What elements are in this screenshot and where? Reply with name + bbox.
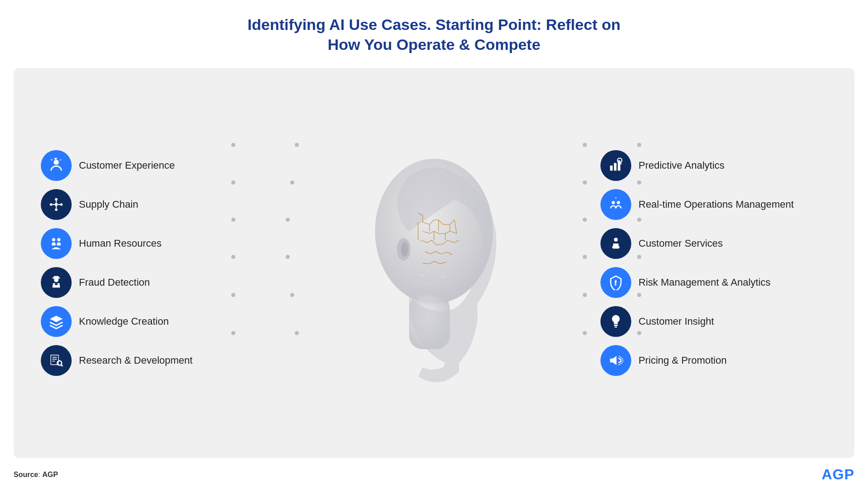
customer-insight-icon bbox=[600, 306, 631, 337]
main-diagram: Customer Experience ✦ ✦ ✦ Supply Chain bbox=[14, 68, 854, 458]
svg-point-33 bbox=[442, 277, 444, 278]
center-dot-left-3 bbox=[286, 218, 290, 222]
svg-point-29 bbox=[429, 213, 430, 215]
svg-point-41 bbox=[612, 201, 615, 205]
svg-point-6 bbox=[55, 198, 58, 201]
hand-people-icon bbox=[49, 236, 64, 251]
research-development-label: Research & Development bbox=[79, 354, 193, 367]
svg-point-15 bbox=[57, 238, 60, 241]
svg-rect-19 bbox=[55, 283, 58, 285]
customer-services-icon bbox=[600, 228, 631, 259]
center-dot-right-6 bbox=[583, 331, 587, 335]
list-item: Knowledge Creation bbox=[41, 306, 249, 337]
lightbulb-icon bbox=[608, 314, 624, 329]
supply-chain-label: Supply Chain bbox=[79, 198, 138, 211]
svg-point-35 bbox=[401, 242, 408, 257]
source-label: Source bbox=[14, 471, 38, 478]
center-dot-right-5 bbox=[583, 293, 587, 297]
layers-icon bbox=[49, 314, 64, 329]
detective-icon bbox=[49, 275, 64, 290]
svg-point-32 bbox=[431, 276, 433, 278]
center-brain-image bbox=[364, 141, 504, 385]
svg-rect-48 bbox=[614, 327, 617, 328]
svg-point-14 bbox=[52, 238, 55, 241]
svg-line-26 bbox=[61, 365, 63, 367]
source-value: AGP bbox=[42, 471, 58, 478]
gear-people-icon bbox=[608, 197, 624, 212]
footer: Source: AGP AGP bbox=[0, 463, 868, 483]
predictive-analytics-icon bbox=[600, 150, 631, 181]
svg-text:✦: ✦ bbox=[50, 158, 53, 162]
source-text: Source: AGP bbox=[14, 471, 58, 479]
center-dot-right-2 bbox=[583, 180, 587, 185]
center-dot-right-1 bbox=[583, 143, 587, 147]
svg-point-30 bbox=[438, 214, 439, 215]
svg-point-31 bbox=[422, 275, 424, 277]
list-item: Human Resources bbox=[41, 228, 249, 259]
human-resources-label: Human Resources bbox=[79, 237, 161, 250]
person-hand-icon bbox=[608, 236, 624, 251]
list-item: Fraud Detection bbox=[41, 267, 249, 298]
list-item: Customer Insight bbox=[600, 306, 827, 337]
list-item: Real-time Operations Management bbox=[600, 189, 827, 220]
center-dot-right-4 bbox=[583, 255, 587, 259]
logo: AGP bbox=[822, 466, 854, 483]
human-resources-icon bbox=[41, 228, 72, 259]
risk-management-icon: ! bbox=[600, 267, 631, 298]
svg-rect-37 bbox=[614, 163, 617, 171]
list-item: Research & Development bbox=[41, 345, 249, 376]
svg-rect-47 bbox=[614, 325, 618, 326]
center-dot-left-1 bbox=[295, 143, 299, 147]
svg-point-42 bbox=[617, 201, 620, 205]
svg-point-46 bbox=[615, 284, 617, 286]
svg-text:✦: ✦ bbox=[55, 158, 57, 160]
list-item: ! Risk Management & Analytics bbox=[600, 267, 827, 298]
knowledge-creation-icon bbox=[41, 306, 72, 337]
fraud-detection-label: Fraud Detection bbox=[79, 276, 150, 289]
research-development-icon bbox=[41, 345, 72, 376]
svg-rect-18 bbox=[53, 278, 60, 279]
center-dot-left-6 bbox=[295, 331, 299, 335]
customer-experience-icon: ✦ ✦ ✦ bbox=[41, 150, 72, 181]
left-column: Customer Experience ✦ ✦ ✦ Supply Chain bbox=[41, 150, 249, 376]
book-magnify-icon bbox=[49, 353, 64, 368]
center-dot-left-2 bbox=[290, 180, 294, 185]
pricing-promotion-label: Pricing & Promotion bbox=[639, 354, 727, 367]
list-item: Customer Services bbox=[600, 228, 827, 259]
risk-management-label: Risk Management & Analytics bbox=[639, 276, 770, 289]
svg-point-9 bbox=[60, 204, 63, 206]
list-item: Predictive Analytics bbox=[600, 150, 827, 181]
svg-point-43 bbox=[614, 238, 618, 242]
right-column: Predictive Analytics Real-time Operation… bbox=[600, 150, 827, 376]
realtime-operations-label: Real-time Operations Management bbox=[639, 198, 794, 211]
svg-rect-36 bbox=[610, 166, 613, 170]
connector-dot-right-1 bbox=[637, 143, 641, 147]
list-item: Customer Experience ✦ ✦ ✦ bbox=[41, 150, 249, 181]
megaphone-icon bbox=[608, 353, 624, 368]
svg-point-8 bbox=[50, 204, 53, 206]
pricing-promotion-icon bbox=[600, 345, 631, 376]
svg-point-7 bbox=[55, 209, 58, 211]
svg-point-5 bbox=[54, 203, 58, 206]
realtime-operations-icon bbox=[600, 189, 631, 220]
supply-chain-icon bbox=[41, 189, 72, 220]
list-item: Pricing & Promotion bbox=[600, 345, 827, 376]
customer-experience-label: Customer Experience bbox=[79, 159, 175, 172]
page-title: Identifying AI Use Cases. Starting Point… bbox=[0, 0, 868, 63]
nodes-icon bbox=[49, 197, 64, 212]
user-star-icon: ✦ ✦ ✦ bbox=[49, 158, 64, 173]
fraud-detection-icon bbox=[41, 267, 72, 298]
predictive-analytics-label: Predictive Analytics bbox=[639, 159, 725, 172]
center-dot-left-5 bbox=[290, 293, 294, 297]
svg-point-0 bbox=[54, 160, 59, 165]
center-dot-left-4 bbox=[286, 255, 290, 259]
shield-warning-icon: ! bbox=[608, 275, 624, 290]
center-dot-right-3 bbox=[583, 218, 587, 222]
knowledge-creation-label: Knowledge Creation bbox=[79, 315, 169, 328]
customer-insight-label: Customer Insight bbox=[639, 315, 714, 328]
customer-services-label: Customer Services bbox=[639, 237, 723, 250]
connector-dot-left-1 bbox=[231, 143, 235, 147]
svg-text:✦: ✦ bbox=[59, 159, 62, 161]
list-item: Supply Chain bbox=[41, 189, 249, 220]
chart-bar-icon bbox=[608, 158, 624, 173]
